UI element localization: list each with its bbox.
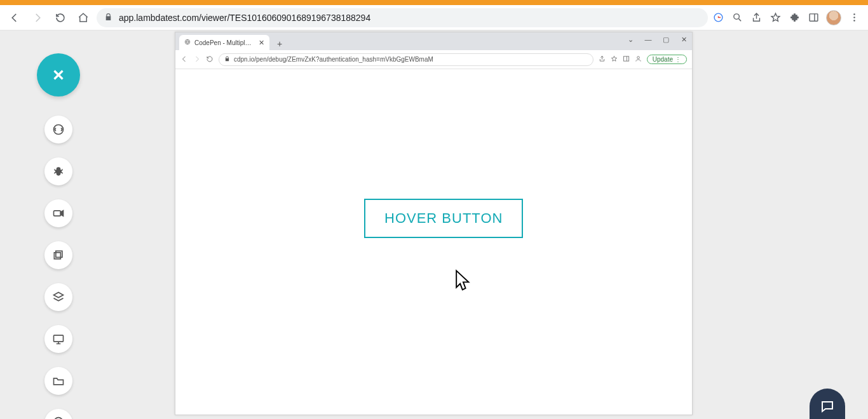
svg-rect-2 [810, 14, 818, 21]
cursor-icon [454, 269, 473, 295]
update-label: Update [653, 56, 673, 63]
inner-omnibox[interactable]: cdpn.io/pen/debug/ZEmvZxK?authentication… [219, 53, 593, 66]
inner-star-icon[interactable] [611, 55, 618, 63]
extensions-icon[interactable] [788, 11, 801, 24]
inner-back-button[interactable] [180, 54, 188, 65]
chat-fab[interactable] [810, 389, 845, 419]
location-icon[interactable] [44, 409, 72, 419]
inner-reload-button[interactable] [206, 54, 214, 65]
inner-update-button[interactable]: Update ⋮ [647, 55, 687, 64]
svg-point-3 [853, 13, 855, 15]
inner-tabbar: CodePen - Multiple Button Tran… ✕ + ⌄ — … [175, 32, 692, 50]
profile-avatar[interactable] [826, 10, 841, 25]
inner-new-tab-button[interactable]: + [273, 37, 286, 50]
svg-point-4 [853, 17, 855, 18]
hover-button[interactable]: HOVER BUTTON [364, 199, 523, 238]
outer-omnibox[interactable]: app.lambdatest.com/viewer/TES10160609016… [97, 8, 708, 27]
lock-icon [224, 56, 230, 63]
svg-point-1 [733, 14, 739, 19]
inner-url: cdpn.io/pen/debug/ZEmvZxK?authentication… [234, 56, 588, 63]
globe-icon [184, 39, 191, 46]
resolution-icon[interactable] [44, 325, 72, 353]
svg-rect-7 [54, 211, 61, 216]
outer-tabstrip [0, 0, 868, 5]
inner-share-icon[interactable] [599, 55, 606, 63]
switch-icon[interactable] [44, 116, 72, 143]
chevron-down-icon[interactable]: ⌄ [626, 35, 635, 44]
inner-avatar-icon[interactable] [635, 55, 642, 63]
hover-button-label: HOVER BUTTON [384, 210, 503, 226]
inner-toolbar-right: Update ⋮ [599, 55, 687, 64]
inner-toolbar: cdpn.io/pen/debug/ZEmvZxK?authentication… [175, 50, 692, 69]
svg-rect-8 [56, 251, 62, 257]
svg-point-14 [637, 57, 639, 59]
inner-side-panel-icon[interactable] [623, 55, 630, 63]
hover-button-wrap: HOVER BUTTON [364, 199, 523, 238]
lambdatest-sidebar [37, 53, 80, 419]
forward-button[interactable] [28, 8, 47, 27]
inner-page-content: HOVER BUTTON [175, 69, 692, 415]
outer-url: app.lambdatest.com/viewer/TES10160609016… [119, 13, 700, 23]
inner-browser-window: CodePen - Multiple Button Tran… ✕ + ⌄ — … [175, 32, 693, 415]
menu-dots-icon: ⋮ [675, 56, 681, 63]
outer-toolbar-right [712, 10, 863, 25]
zoom-icon[interactable] [731, 11, 743, 24]
menu-icon[interactable] [848, 11, 860, 24]
svg-rect-13 [623, 57, 628, 61]
svg-point-5 [853, 20, 855, 22]
reload-button[interactable] [51, 8, 70, 27]
minimize-icon[interactable]: — [644, 35, 653, 44]
google-icon[interactable] [712, 11, 724, 24]
svg-rect-10 [54, 335, 64, 342]
inner-tab-title: CodePen - Multiple Button Tran… [194, 39, 255, 46]
maximize-icon[interactable]: ▢ [661, 35, 670, 44]
outer-browser-toolbar: app.lambdatest.com/viewer/TES10160609016… [0, 5, 868, 30]
files-icon[interactable] [44, 367, 72, 395]
bug-icon[interactable] [44, 157, 72, 185]
record-icon[interactable] [44, 199, 72, 227]
gallery-icon[interactable] [44, 241, 72, 269]
inner-tab-close-icon[interactable]: ✕ [259, 39, 264, 47]
inner-forward-button[interactable] [193, 54, 201, 65]
star-icon[interactable] [769, 11, 782, 24]
share-icon[interactable] [750, 11, 763, 24]
viewer-stage: CodePen - Multiple Button Tran… ✕ + ⌄ — … [0, 30, 868, 419]
home-button[interactable] [74, 8, 93, 27]
inner-window-controls: ⌄ — ▢ ✕ [626, 35, 688, 44]
lock-icon [104, 13, 112, 23]
inner-tab[interactable]: CodePen - Multiple Button Tran… ✕ [179, 35, 269, 50]
end-session-button[interactable] [37, 53, 80, 96]
close-icon[interactable]: ✕ [679, 35, 688, 44]
back-button[interactable] [5, 8, 24, 27]
svg-rect-9 [54, 253, 60, 259]
side-panel-icon[interactable] [807, 11, 820, 24]
devices-icon[interactable] [44, 283, 72, 311]
